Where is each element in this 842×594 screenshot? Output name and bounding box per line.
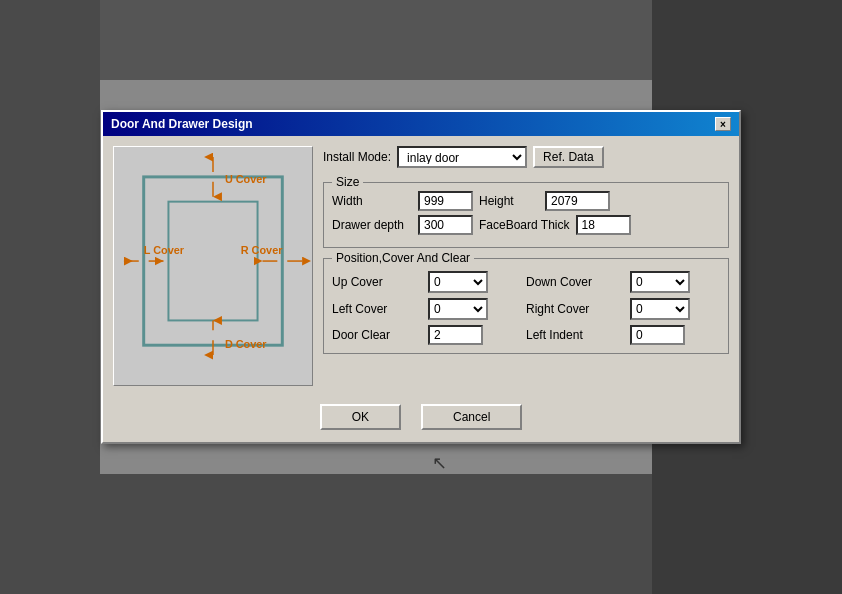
drawer-depth-label: Drawer depth [332, 218, 412, 232]
right-cover-select[interactable]: 0125 [630, 298, 690, 320]
up-cover-select[interactable]: 0125 [428, 271, 488, 293]
size-row-2: Drawer depth FaceBoard Thick [332, 215, 720, 235]
left-cover-label: Left Cover [332, 302, 420, 316]
position-group: Position,Cover And Clear Up Cover 0125 D… [323, 258, 729, 354]
diagram-panel: U Cover D Cover L Cover R Cover [113, 146, 313, 386]
left-indent-input[interactable] [630, 325, 685, 345]
drawer-depth-input[interactable] [418, 215, 473, 235]
size-row-1: Width Height [332, 191, 720, 211]
door-clear-input[interactable] [428, 325, 483, 345]
height-label: Height [479, 194, 539, 208]
dialog-titlebar: Door And Drawer Design × [103, 112, 739, 136]
install-mode-label: Install Mode: [323, 150, 391, 164]
faceboard-thick-label: FaceBoard Thick [479, 218, 570, 232]
down-cover-label: Down Cover [526, 275, 622, 289]
controls-panel: Install Mode: inlay door overlay door fu… [323, 146, 729, 386]
ref-data-button[interactable]: Ref. Data [533, 146, 604, 168]
up-cover-label: Up Cover [332, 275, 420, 289]
dialog-title: Door And Drawer Design [111, 117, 253, 131]
right-cover-label: Right Cover [526, 302, 622, 316]
svg-text:L Cover: L Cover [144, 244, 185, 256]
door-diagram-svg: U Cover D Cover L Cover R Cover [114, 147, 312, 385]
svg-text:U Cover: U Cover [225, 173, 267, 185]
size-group: Size Width Height Drawer depth FaceBoard… [323, 182, 729, 248]
svg-text:R Cover: R Cover [241, 244, 283, 256]
svg-rect-1 [168, 202, 257, 321]
size-group-label: Size [332, 175, 363, 189]
cancel-button[interactable]: Cancel [421, 404, 522, 430]
door-clear-label: Door Clear [332, 328, 420, 342]
left-cover-select[interactable]: 0125 [428, 298, 488, 320]
width-label: Width [332, 194, 412, 208]
left-indent-label: Left Indent [526, 328, 622, 342]
position-group-label: Position,Cover And Clear [332, 251, 474, 265]
down-cover-select[interactable]: 0125 [630, 271, 690, 293]
width-input[interactable] [418, 191, 473, 211]
ok-button[interactable]: OK [320, 404, 401, 430]
dialog-body: U Cover D Cover L Cover R Cover [103, 136, 739, 396]
dialog-overlay: Door And Drawer Design × U Cover [0, 0, 842, 594]
dialog: Door And Drawer Design × U Cover [101, 110, 741, 444]
close-button[interactable]: × [715, 117, 731, 131]
faceboard-thick-input[interactable] [576, 215, 631, 235]
svg-text:D Cover: D Cover [225, 338, 267, 350]
install-mode-row: Install Mode: inlay door overlay door fu… [323, 146, 729, 168]
dialog-footer: OK Cancel [103, 396, 739, 442]
install-mode-select[interactable]: inlay door overlay door full overlay [397, 146, 527, 168]
height-input[interactable] [545, 191, 610, 211]
